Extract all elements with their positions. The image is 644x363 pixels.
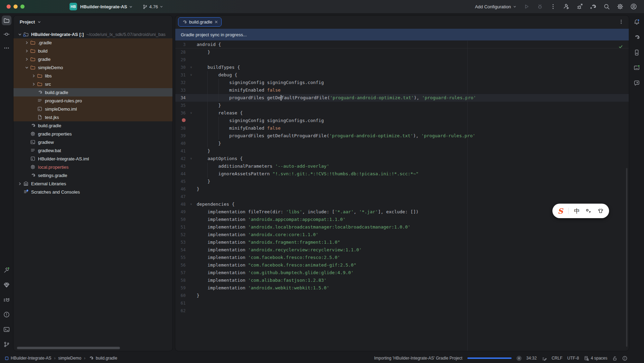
- line-number[interactable]: 35: [175, 102, 186, 109]
- line-number[interactable]: 3: [175, 41, 186, 48]
- line-number[interactable]: 62: [175, 307, 186, 315]
- line-number[interactable]: 32: [175, 79, 186, 86]
- code-line-36[interactable]: 36∨release {: [175, 109, 629, 117]
- tree-item-gradlew-bat[interactable]: gradlew.bat: [13, 146, 172, 155]
- gutter[interactable]: 52: [175, 231, 197, 239]
- code-line-57[interactable]: 57implementation 'com.github.bumptech.gl…: [175, 269, 629, 277]
- chevron-right-icon[interactable]: [31, 82, 37, 86]
- code-line-56[interactable]: 56implementation "com.facebook.fresco:an…: [175, 261, 629, 269]
- tool-window-version-control-icon[interactable]: [2, 339, 11, 349]
- gutter[interactable]: 32: [175, 79, 197, 86]
- run-icon[interactable]: [523, 3, 530, 10]
- gutter-breakpoint[interactable]: [175, 117, 186, 124]
- tab-options-kebab-icon[interactable]: [618, 19, 624, 25]
- gutter[interactable]: 47: [175, 193, 197, 201]
- tool-window-gemini-icon[interactable]: [632, 78, 642, 88]
- chevron-down-icon[interactable]: [24, 66, 30, 69]
- sticky-line-3[interactable]: 3android {: [175, 41, 629, 48]
- chevron-right-icon[interactable]: [17, 182, 23, 186]
- tool-window-build-icon[interactable]: [2, 265, 11, 275]
- code-line-55[interactable]: 55implementation 'com.facebook.fresco:fr…: [175, 254, 629, 261]
- chevron-down-icon[interactable]: [17, 32, 23, 36]
- gutter[interactable]: 31∨: [175, 71, 197, 79]
- fold-arrow-icon[interactable]: ∨: [186, 71, 197, 79]
- tool-window-logcat-icon[interactable]: [2, 295, 11, 305]
- gutter[interactable]: 30∨: [175, 64, 197, 71]
- gradle-sync-icon[interactable]: [590, 3, 597, 10]
- line-number[interactable]: 28: [175, 48, 186, 56]
- gutter[interactable]: 35: [175, 102, 197, 109]
- tree-item-gradle[interactable]: gradle: [13, 55, 172, 63]
- ime-skin-icon[interactable]: [597, 208, 604, 214]
- encoding-widget[interactable]: UTF-8: [567, 356, 579, 361]
- tool-window-app-quality-insights-icon[interactable]: [2, 280, 11, 290]
- tree-item-build-gradle[interactable]: build.gradle: [13, 121, 172, 130]
- code-line-53[interactable]: 53implementation "androidx.fragment:frag…: [175, 239, 629, 246]
- line-number[interactable]: 55: [175, 254, 186, 261]
- inspections-no-problems-icon[interactable]: [618, 44, 623, 49]
- gutter[interactable]: 57: [175, 269, 197, 277]
- tree-item-src[interactable]: src: [13, 80, 172, 88]
- line-number[interactable]: 51: [175, 223, 186, 231]
- gutter[interactable]: 59: [175, 284, 197, 292]
- project-panel-title[interactable]: Project: [20, 19, 35, 25]
- code-line-37[interactable]: signingConfig signingConfigs.config: [175, 117, 629, 124]
- line-number[interactable]: 50: [175, 216, 186, 223]
- code-line-44[interactable]: 44ignoreAssetsPattern "!.svn:!.git:.*:!C…: [175, 170, 629, 178]
- code-line-28[interactable]: 28}: [175, 48, 629, 56]
- chevron-right-icon[interactable]: [24, 41, 30, 45]
- gutter[interactable]: 62: [175, 307, 197, 315]
- code-line-31[interactable]: 31∨debug {: [175, 71, 629, 79]
- gutter[interactable]: 33: [175, 86, 197, 94]
- code-line-54[interactable]: 54implementation 'androidx.recyclerview:…: [175, 246, 629, 254]
- debug-icon[interactable]: [536, 3, 543, 10]
- ime-language-chinese[interactable]: 中: [574, 207, 580, 215]
- fold-arrow-icon[interactable]: ∨: [186, 201, 197, 208]
- gutter[interactable]: 46: [175, 185, 197, 193]
- tool-window-device-manager-icon[interactable]: [632, 48, 642, 57]
- gutter[interactable]: 53: [175, 239, 197, 246]
- caret-position-widget[interactable]: 34:32: [526, 356, 537, 361]
- line-number[interactable]: 45: [175, 178, 186, 185]
- tree-item-build[interactable]: build: [13, 47, 172, 55]
- chevron-right-icon[interactable]: [31, 74, 37, 78]
- gutter[interactable]: 55: [175, 254, 197, 261]
- account-icon[interactable]: [630, 3, 637, 10]
- line-number[interactable]: 48: [175, 201, 186, 208]
- code-line-40[interactable]: 40}: [175, 140, 629, 147]
- line-number[interactable]: 34: [175, 94, 186, 102]
- cancel-progress-button[interactable]: [516, 356, 522, 361]
- code-line-33[interactable]: 33minifyEnabled false: [175, 86, 629, 94]
- line-number[interactable]: 36: [175, 109, 186, 117]
- inspections-widget-icon[interactable]: [622, 356, 627, 361]
- gutter[interactable]: 36∨: [175, 109, 197, 117]
- chevron-right-icon[interactable]: [24, 57, 30, 61]
- code-line-51[interactable]: 51implementation 'androidx.localbroadcas…: [175, 223, 629, 231]
- code-line-41[interactable]: 41}: [175, 147, 629, 155]
- code-line-62[interactable]: 62: [175, 307, 629, 315]
- line-number[interactable]: 54: [175, 246, 186, 254]
- breadcrumb-hbuilder-integrate-as[interactable]: HBuilder-Integrate-AS: [5, 356, 51, 361]
- code-line-60[interactable]: 60}: [175, 292, 629, 299]
- tool-window-notifications-icon[interactable]: [632, 17, 642, 27]
- fold-arrow-icon[interactable]: ∨: [186, 109, 197, 117]
- line-number[interactable]: 53: [175, 239, 186, 246]
- zoom-window-button[interactable]: [20, 4, 25, 9]
- code-line-29[interactable]: 29: [175, 56, 629, 64]
- tree-item-scratches-and-consoles[interactable]: Scratches and Consoles: [13, 188, 172, 196]
- line-number[interactable]: 33: [175, 86, 186, 94]
- run-configuration-selector[interactable]: Add Configuration: [475, 4, 516, 9]
- code-editor[interactable]: 3android {28}2930∨buildTypes {31∨debug {…: [175, 41, 629, 351]
- line-number[interactable]: 59: [175, 284, 186, 292]
- line-number[interactable]: 49: [175, 208, 186, 216]
- tree-item-gradlew[interactable]: gradlew: [13, 138, 172, 146]
- gutter[interactable]: 51: [175, 223, 197, 231]
- tree-item-gradle-properties[interactable]: gradle.properties: [13, 130, 172, 138]
- line-number[interactable]: 31: [175, 71, 186, 79]
- code-line-35[interactable]: 35}: [175, 102, 629, 109]
- profiler-icon[interactable]: [576, 3, 583, 10]
- tree-item-external-libraries[interactable]: External Libraries: [13, 179, 172, 188]
- tree-item-simpledemo-iml[interactable]: simpleDemo.iml: [13, 105, 172, 113]
- line-number[interactable]: 44: [175, 170, 186, 178]
- tree-item-proguard-rules-pro[interactable]: proguard-rules.pro: [13, 96, 172, 105]
